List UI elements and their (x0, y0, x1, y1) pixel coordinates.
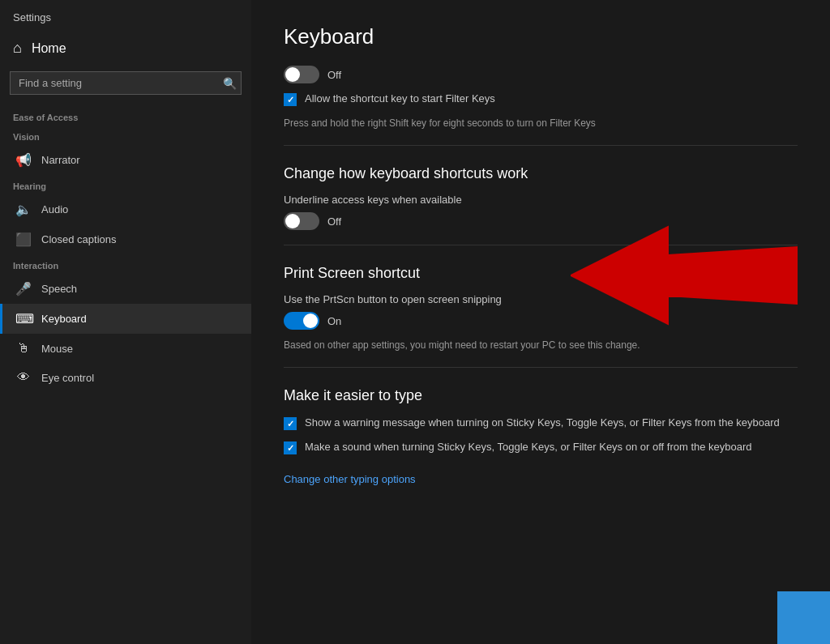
search-button[interactable]: 🔍 (223, 77, 237, 90)
easier-type-section-title: Make it easier to type (284, 387, 798, 404)
hearing-section-label: Hearing (0, 175, 251, 194)
change-typing-options-link[interactable]: Change other typing options (284, 473, 416, 485)
audio-icon: 🔈 (15, 202, 32, 217)
prtscn-toggle-label: On (327, 315, 341, 327)
page-title: Keyboard (284, 24, 798, 49)
narrator-label: Narrator (41, 154, 80, 166)
home-icon: ⌂ (13, 40, 22, 57)
shortcuts-section-title: Change how keyboard shortcuts work (284, 165, 798, 182)
underline-keys-toggle-row: Off (284, 212, 798, 230)
speech-label: Speech (41, 283, 77, 295)
underline-keys-label: Underline access keys when available (284, 194, 798, 206)
sidebar-item-audio[interactable]: 🔈 Audio (0, 194, 251, 224)
ease-of-access-label: Ease of Access (0, 106, 251, 126)
eye-control-label: Eye control (41, 372, 94, 384)
keyboard-icon: ⌨ (15, 311, 32, 326)
main-content: Keyboard Off Allow the shortcut key to s… (251, 0, 830, 644)
sidebar-item-speech[interactable]: 🎤 Speech (0, 274, 251, 304)
divider-3 (284, 367, 798, 368)
corner-widget (777, 591, 830, 644)
prtscn-toggle-row: On (284, 312, 798, 330)
sidebar-item-eye-control[interactable]: 👁 Eye control (0, 363, 251, 392)
sticky-keys-sound-label: Make a sound when turning Sticky Keys, T… (305, 440, 752, 454)
filter-keys-shortcut-label: Allow the shortcut key to start Filter K… (305, 92, 495, 106)
speech-icon: 🎤 (15, 281, 32, 296)
sidebar-item-closed-captions[interactable]: ⬛ Closed captions (0, 224, 251, 254)
filter-keys-toggle[interactable] (284, 66, 319, 83)
filter-keys-shortcut-row: Allow the shortcut key to start Filter K… (284, 92, 798, 106)
print-screen-section-title: Print Screen shortcut (284, 265, 798, 282)
prtscn-desc: Based on other app settings, you might n… (284, 338, 798, 352)
sidebar-item-keyboard[interactable]: ⌨ Keyboard (0, 304, 251, 334)
home-label: Home (32, 41, 66, 56)
vision-section-label: Vision (0, 126, 251, 145)
filter-keys-shortcut-desc: Press and hold the right Shift key for e… (284, 116, 798, 130)
mouse-label: Mouse (41, 343, 73, 355)
prtscn-toggle[interactable] (284, 312, 319, 330)
sticky-keys-warning-row: Show a warning message when turning on S… (284, 416, 798, 430)
divider-2 (284, 245, 798, 245)
underline-keys-toggle[interactable] (284, 212, 319, 230)
divider-1 (284, 145, 798, 146)
eye-control-icon: 👁 (15, 370, 32, 385)
sidebar-item-narrator[interactable]: 📢 Narrator (0, 145, 251, 175)
closed-captions-label: Closed captions (41, 233, 117, 245)
sticky-keys-warning-checkbox[interactable] (284, 417, 297, 430)
interaction-section-label: Interaction (0, 254, 251, 274)
mouse-icon: 🖱 (15, 341, 32, 356)
underline-keys-toggle-label: Off (327, 215, 341, 228)
audio-label: Audio (41, 203, 68, 215)
narrator-icon: 📢 (15, 152, 32, 168)
sticky-keys-sound-checkbox[interactable] (284, 441, 297, 454)
sidebar: Settings ⌂ Home 🔍 Ease of Access Vision … (0, 0, 251, 644)
search-input[interactable] (10, 71, 242, 95)
app-title: Settings (0, 0, 251, 32)
keyboard-label: Keyboard (41, 313, 87, 325)
sidebar-item-mouse[interactable]: 🖱 Mouse (0, 334, 251, 363)
sticky-keys-warning-label: Show a warning message when turning on S… (305, 416, 780, 430)
home-nav-item[interactable]: ⌂ Home (0, 32, 251, 65)
search-container: 🔍 (10, 71, 242, 95)
prtscn-label: Use the PrtScn button to open screen sni… (284, 293, 798, 305)
closed-captions-icon: ⬛ (15, 232, 32, 247)
filter-keys-shortcut-checkbox[interactable] (284, 93, 297, 106)
filter-keys-toggle-row: Off (284, 66, 798, 83)
corner-widget-inner (777, 591, 830, 644)
sticky-keys-sound-row: Make a sound when turning Sticky Keys, T… (284, 440, 798, 454)
filter-keys-toggle-label: Off (327, 69, 341, 81)
